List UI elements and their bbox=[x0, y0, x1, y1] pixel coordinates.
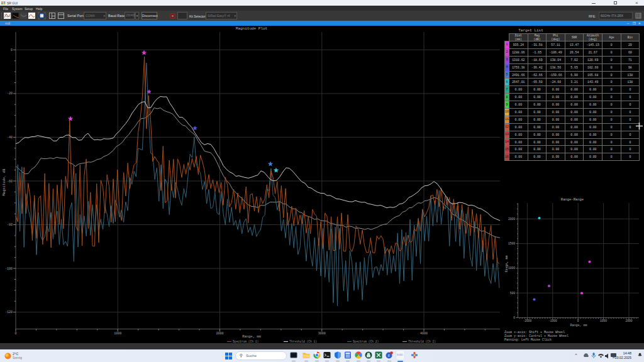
svg-text:Panning: Left Mouse Click: Panning: Left Mouse Click bbox=[504, 338, 552, 342]
svg-text:-80: -80 bbox=[7, 223, 13, 227]
svg-text:-120: -120 bbox=[5, 310, 13, 314]
svg-text:500: 500 bbox=[510, 292, 516, 295]
svg-text:0: 0 bbox=[14, 332, 16, 336]
svg-text:1000: 1000 bbox=[508, 266, 515, 270]
svg-text:Range, mm: Range, mm bbox=[570, 324, 587, 327]
svg-text:4000: 4000 bbox=[420, 332, 428, 336]
svg-text:2000: 2000 bbox=[625, 319, 632, 322]
svg-text:-2000: -2000 bbox=[523, 319, 532, 322]
svg-text:0: 0 bbox=[11, 48, 13, 52]
svg-text:1000: 1000 bbox=[600, 319, 607, 322]
svg-text:0: 0 bbox=[513, 316, 515, 319]
svg-text:Range, mm: Range, mm bbox=[242, 334, 261, 339]
svg-text:3000: 3000 bbox=[318, 332, 326, 336]
svg-text:1500: 1500 bbox=[508, 242, 515, 245]
svg-text:F: F bbox=[388, 354, 390, 358]
svg-text:-100: -100 bbox=[5, 267, 13, 271]
svg-text:Range-Range: Range-Range bbox=[561, 197, 584, 202]
svg-text:-1000: -1000 bbox=[548, 319, 557, 322]
svg-text:2000: 2000 bbox=[508, 217, 515, 221]
svg-text:-40: -40 bbox=[7, 136, 13, 140]
svg-text:0: 0 bbox=[577, 319, 579, 322]
svg-text:-60: -60 bbox=[7, 180, 13, 184]
svg-text:Magnitude, dB: Magnitude, dB bbox=[2, 168, 6, 196]
svg-text:-20: -20 bbox=[7, 92, 13, 96]
svg-text:2000: 2000 bbox=[216, 332, 223, 336]
svg-text:1000: 1000 bbox=[114, 332, 121, 336]
svg-text:Range, mm: Range, mm bbox=[505, 255, 509, 272]
svg-text:Magnitude Plot: Magnitude Plot bbox=[236, 26, 267, 31]
